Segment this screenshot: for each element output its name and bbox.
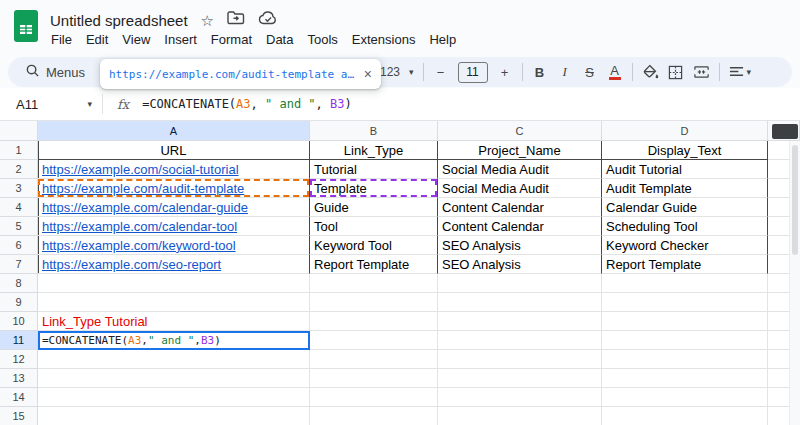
cell-A7[interactable]: https://example.com/seo-report <box>38 255 310 274</box>
row-header-9[interactable]: 9 <box>0 293 38 312</box>
cell-B12[interactable] <box>310 350 438 369</box>
cell-D3[interactable]: Audit Template <box>602 179 768 198</box>
cell-D1[interactable]: Display_Text <box>602 141 768 160</box>
name-box-caret-icon[interactable]: ▾ <box>87 99 92 109</box>
row-header-1[interactable]: 1 <box>0 141 38 160</box>
cell-A15[interactable] <box>38 407 310 425</box>
cell-B1[interactable]: Link_Type <box>310 141 438 160</box>
borders-button[interactable] <box>668 61 684 83</box>
font-dropdown-caret-icon[interactable]: ▾ <box>409 67 414 77</box>
cell-D5[interactable]: Scheduling Tool <box>602 217 768 236</box>
cell-B8[interactable] <box>310 274 438 293</box>
move-folder-icon[interactable] <box>227 11 245 29</box>
row-header-14[interactable]: 14 <box>0 388 38 407</box>
cell-B2[interactable]: Tutorial <box>310 160 438 179</box>
cell-C15[interactable] <box>438 407 602 425</box>
document-title[interactable]: Untitled spreadsheet <box>50 12 188 29</box>
menu-data[interactable]: Data <box>259 30 300 49</box>
cell-A14[interactable] <box>38 388 310 407</box>
star-icon[interactable]: ☆ <box>201 13 214 28</box>
menu-format[interactable]: Format <box>204 30 259 49</box>
cell-D11[interactable] <box>602 331 768 350</box>
cell-D15[interactable] <box>602 407 768 425</box>
cell-C11[interactable] <box>438 331 602 350</box>
column-header-C[interactable]: C <box>438 121 602 141</box>
name-box[interactable]: A11 ▾ <box>0 97 102 112</box>
cell-A3[interactable]: https://example.com/audit-template <box>38 179 310 198</box>
cell-D14[interactable] <box>602 388 768 407</box>
menu-file[interactable]: File <box>44 30 79 49</box>
scroll-corner-button[interactable] <box>772 124 798 139</box>
column-header-D[interactable]: D <box>602 121 768 141</box>
cell-A4[interactable]: https://example.com/calendar-guide <box>38 198 310 217</box>
cell-A13[interactable] <box>38 369 310 388</box>
menu-insert[interactable]: Insert <box>157 30 204 49</box>
menu-edit[interactable]: Edit <box>79 30 115 49</box>
row-header-7[interactable]: 7 <box>0 255 38 274</box>
cloud-save-status-icon[interactable] <box>258 11 278 29</box>
row-header-10[interactable]: 10 <box>0 312 38 331</box>
cell-D6[interactable]: Keyword Checker <box>602 236 768 255</box>
menu-extensions[interactable]: Extensions <box>345 30 423 49</box>
row-header-13[interactable]: 13 <box>0 369 38 388</box>
cell-C7[interactable]: SEO Analysis <box>438 255 602 274</box>
vertical-scrollbar[interactable] <box>789 141 800 425</box>
formula-input[interactable]: =CONCATENATE(A3, " and ", B3) <box>142 97 352 111</box>
row-header-4[interactable]: 4 <box>0 198 38 217</box>
cell-B14[interactable] <box>310 388 438 407</box>
cell-C14[interactable] <box>438 388 602 407</box>
cell-D2[interactable]: Audit Tutorial <box>602 160 768 179</box>
menu-view[interactable]: View <box>115 30 157 49</box>
row-header-5[interactable]: 5 <box>0 217 38 236</box>
cell-B11[interactable] <box>310 331 438 350</box>
row-header-15[interactable]: 15 <box>0 407 38 425</box>
menu-help[interactable]: Help <box>422 30 463 49</box>
strikethrough-button[interactable]: S <box>582 61 598 83</box>
cell-D4[interactable]: Calendar Guide <box>602 198 768 217</box>
text-color-button[interactable]: A <box>607 61 623 83</box>
increase-font-size-button[interactable]: + <box>497 61 513 83</box>
cell-link[interactable]: https://example.com/calendar-guide <box>42 200 248 215</box>
cell-D10[interactable] <box>602 312 768 331</box>
row-header-12[interactable]: 12 <box>0 350 38 369</box>
cell-B5[interactable]: Tool <box>310 217 438 236</box>
cell-C5[interactable]: Content Calendar <box>438 217 602 236</box>
cell-A8[interactable] <box>38 274 310 293</box>
merge-cells-button[interactable] <box>693 61 710 83</box>
horizontal-align-button[interactable]: ▾ <box>729 61 752 83</box>
cell-C9[interactable] <box>438 293 602 312</box>
close-icon[interactable]: × <box>364 66 372 82</box>
bold-button[interactable]: B <box>532 61 548 83</box>
decrease-font-size-button[interactable]: − <box>433 61 449 83</box>
cell-D13[interactable] <box>602 369 768 388</box>
cell-B9[interactable] <box>310 293 438 312</box>
cell-link[interactable]: https://example.com/calendar-tool <box>42 219 237 234</box>
row-header-2[interactable]: 2 <box>0 160 38 179</box>
cell-B4[interactable]: Guide <box>310 198 438 217</box>
cell-C8[interactable] <box>438 274 602 293</box>
cell-A5[interactable]: https://example.com/calendar-tool <box>38 217 310 236</box>
cell-C4[interactable]: Content Calendar <box>438 198 602 217</box>
column-header-A[interactable]: A <box>38 121 310 141</box>
cell-A2[interactable]: https://example.com/social-tutorial <box>38 160 310 179</box>
cell-B15[interactable] <box>310 407 438 425</box>
menu-tools[interactable]: Tools <box>300 30 344 49</box>
row-header-3[interactable]: 3 <box>0 179 38 198</box>
cell-B13[interactable] <box>310 369 438 388</box>
row-header-11[interactable]: 11 <box>0 331 38 350</box>
cell-C10[interactable] <box>438 312 602 331</box>
cell-C2[interactable]: Social Media Audit <box>438 160 602 179</box>
cell-link[interactable]: https://example.com/seo-report <box>42 257 221 272</box>
cell-D7[interactable]: Report Template <box>602 255 768 274</box>
font-size-input[interactable]: 11 <box>458 62 488 83</box>
cell-C1[interactable]: Project_Name <box>438 141 602 160</box>
menus-button[interactable]: Menus <box>16 60 94 84</box>
cell-D8[interactable] <box>602 274 768 293</box>
cell-link[interactable]: https://example.com/audit-template <box>42 181 244 196</box>
cell-link[interactable]: https://example.com/social-tutorial <box>42 162 239 177</box>
cell-A12[interactable] <box>38 350 310 369</box>
row-header-8[interactable]: 8 <box>0 274 38 293</box>
fill-color-button[interactable] <box>642 61 659 83</box>
number-format-button[interactable]: 123 <box>380 65 400 79</box>
cell-A11[interactable]: =CONCATENATE(A3, " and ", B3) <box>38 331 310 350</box>
